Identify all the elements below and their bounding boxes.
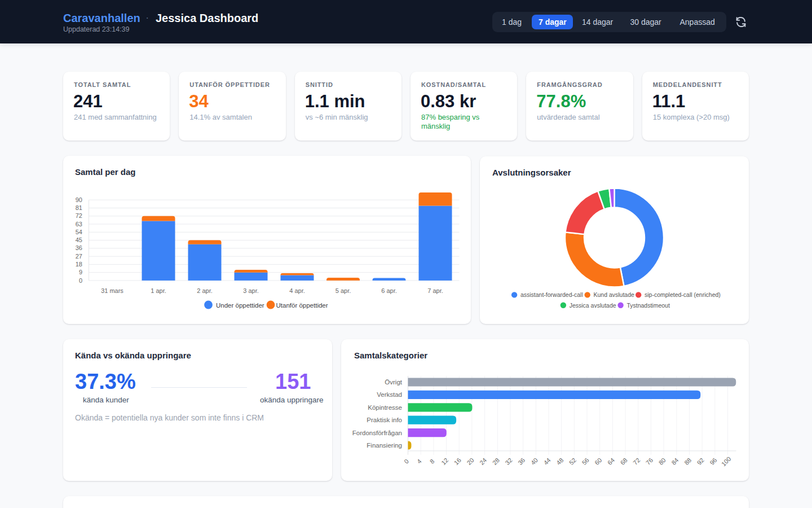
svg-text:Verkstad: Verkstad [377,391,402,398]
svg-text:6 apr.: 6 apr. [381,287,397,294]
svg-text:Fordonsförfrågan: Fordonsförfrågan [352,430,402,436]
svg-text:Jessica avslutade: Jessica avslutade [570,302,616,309]
svg-text:20: 20 [465,457,475,466]
svg-text:60: 60 [593,457,603,466]
svg-text:Köpintresse: Köpintresse [368,404,402,411]
svg-text:sip-completed-call (enriched): sip-completed-call (enriched) [645,291,721,298]
svg-text:84: 84 [670,457,679,466]
svg-text:28: 28 [491,457,501,466]
svg-text:88: 88 [683,457,692,466]
svg-text:Tystnadstimeout: Tystnadstimeout [626,302,670,309]
svg-text:2 apr.: 2 apr. [197,287,213,294]
svg-text:96: 96 [708,457,718,466]
svg-text:80: 80 [657,457,667,466]
svg-text:31 mars: 31 mars [101,287,123,294]
svg-text:68: 68 [619,457,629,466]
svg-text:12: 12 [440,457,449,466]
svg-text:32: 32 [504,457,513,466]
svg-text:0: 0 [403,458,410,465]
svg-text:Utanför öppettider: Utanför öppettider [276,302,328,309]
svg-text:92: 92 [696,457,705,466]
svg-text:Övrigt: Övrigt [385,379,402,386]
svg-text:Kund avslutade: Kund avslutade [594,291,635,298]
svg-text:63: 63 [76,221,82,227]
svg-text:52: 52 [568,457,577,466]
svg-text:72: 72 [76,212,82,219]
svg-text:56: 56 [581,457,590,466]
svg-text:1 apr.: 1 apr. [151,287,166,294]
svg-text:54: 54 [76,229,82,235]
svg-text:16: 16 [453,457,462,466]
svg-text:64: 64 [606,457,616,466]
svg-text:3 apr.: 3 apr. [243,287,259,294]
svg-text:36: 36 [517,457,526,466]
svg-text:40: 40 [529,457,539,466]
svg-text:90: 90 [76,196,82,203]
svg-text:36: 36 [76,244,82,251]
svg-text:9: 9 [79,269,82,275]
svg-text:27: 27 [76,253,82,260]
svg-text:Finansiering: Finansiering [367,442,402,449]
svg-text:5 apr.: 5 apr. [336,287,351,294]
svg-text:24: 24 [478,457,488,466]
svg-text:4: 4 [416,458,423,465]
svg-text:Under öppettider: Under öppettider [216,302,264,309]
svg-text:44: 44 [542,457,552,466]
svg-text:45: 45 [76,237,82,243]
svg-text:18: 18 [76,261,82,268]
svg-text:4 apr.: 4 apr. [289,287,305,294]
svg-text:76: 76 [645,457,654,466]
svg-text:7 apr.: 7 apr. [427,287,443,294]
svg-text:8: 8 [429,458,436,465]
svg-text:0: 0 [79,277,82,284]
svg-text:assistant-forwarded-call: assistant-forwarded-call [520,291,583,298]
svg-text:Praktisk info: Praktisk info [367,417,402,423]
svg-text:81: 81 [76,204,82,211]
svg-text:48: 48 [555,457,564,466]
svg-text:100: 100 [720,456,732,467]
svg-text:72: 72 [632,457,641,466]
